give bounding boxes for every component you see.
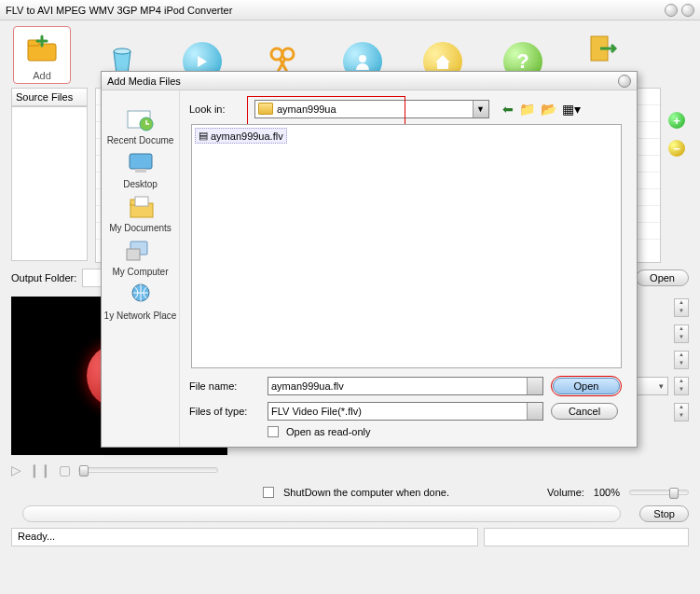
filename-label: File name: xyxy=(189,380,260,392)
svg-point-4 xyxy=(282,48,294,60)
filetype-select[interactable]: FLV Video File(*.flv)▼ xyxy=(268,402,543,421)
svg-point-3 xyxy=(271,48,282,60)
nav-views-icon[interactable]: ▦▾ xyxy=(562,102,581,117)
volume-slider[interactable] xyxy=(629,490,689,495)
place-network[interactable]: 1y Network Place xyxy=(104,281,177,321)
open-output-button[interactable]: Open xyxy=(636,269,689,286)
add-folder-icon xyxy=(22,29,62,68)
mycomp-icon xyxy=(123,237,157,265)
dialog-titlebar[interactable]: Add Media Files xyxy=(102,72,637,90)
close-button[interactable] xyxy=(681,4,694,17)
nav-up-icon[interactable]: 📁 xyxy=(519,102,535,117)
svg-rect-9 xyxy=(130,154,152,169)
nav-newfolder-icon[interactable]: 📂 xyxy=(541,102,556,117)
add-media-dialog: Add Media Files Recent Docume Desktop xyxy=(101,71,638,448)
file-item[interactable]: ▤ ayman999ua.flv xyxy=(195,128,287,144)
dialog-open-button[interactable]: Open xyxy=(553,378,620,394)
play-control-icon[interactable]: ▷ xyxy=(11,463,21,477)
titlebar: FLV to AVI MPEG WMV 3GP MP4 iPod Convert… xyxy=(0,0,700,21)
filetype-label: Files of type: xyxy=(189,406,260,417)
exit-icon xyxy=(583,29,623,68)
recent-icon xyxy=(123,105,157,133)
file-list[interactable]: ▤ ayman999ua.flv xyxy=(191,124,622,368)
svg-point-2 xyxy=(114,48,130,54)
volume-label: Volume: xyxy=(547,487,584,498)
place-recent[interactable]: Recent Docume xyxy=(107,105,174,145)
shutdown-checkbox[interactable] xyxy=(263,487,274,498)
svg-point-5 xyxy=(359,55,366,62)
spinner-2[interactable]: ▲▼ xyxy=(674,325,689,343)
source-files-header: Source Files xyxy=(11,88,88,106)
add-file-button[interactable]: + xyxy=(668,112,685,129)
place-mycomp[interactable]: My Computer xyxy=(112,237,168,277)
spinner-1[interactable]: ▲▼ xyxy=(674,298,689,317)
dialog-close-button[interactable] xyxy=(618,75,631,88)
look-in-combo[interactable]: ayman999ua ▼ xyxy=(254,100,489,118)
output-folder-label: Output Folder: xyxy=(11,272,76,283)
app-title: FLV to AVI MPEG WMV 3GP MP4 iPod Convert… xyxy=(6,5,232,16)
add-button[interactable]: Add xyxy=(13,26,71,84)
annotation-open: Open xyxy=(551,376,622,396)
look-in-label: Look in: xyxy=(189,104,247,115)
seek-slider[interactable] xyxy=(78,467,218,473)
volume-value: 100% xyxy=(594,487,620,498)
places-bar: Recent Docume Desktop My Documents My Co… xyxy=(102,90,180,447)
status-right xyxy=(484,528,689,546)
playback-bar: ▷ ❙❙ ▢ xyxy=(0,459,700,481)
dialog-title: Add Media Files xyxy=(107,76,181,87)
nav-back-icon[interactable]: ⬅ xyxy=(502,102,514,117)
spinner-3[interactable]: ▲▼ xyxy=(674,351,689,369)
pause-control-icon[interactable]: ❙❙ xyxy=(29,463,51,477)
svg-rect-13 xyxy=(135,197,148,206)
spinner-4[interactable]: ▲▼ xyxy=(674,377,689,395)
status-text: Ready... xyxy=(11,528,478,546)
place-desktop[interactable]: Desktop xyxy=(123,149,158,189)
place-mydocs[interactable]: My Documents xyxy=(109,193,172,233)
shutdown-label: ShutDown the computer when done. xyxy=(283,487,449,498)
source-files-panel: Source Files xyxy=(11,88,88,263)
mydocs-icon xyxy=(124,193,158,221)
network-icon xyxy=(124,281,158,309)
svg-rect-15 xyxy=(127,249,140,260)
desktop-icon xyxy=(124,149,158,177)
add-label: Add xyxy=(33,70,51,81)
dialog-cancel-button[interactable]: Cancel xyxy=(551,403,618,420)
minimize-button[interactable] xyxy=(665,4,678,17)
filename-input[interactable]: ayman999ua.flv▼ xyxy=(268,377,543,395)
progress-bar xyxy=(22,505,621,522)
svg-rect-10 xyxy=(135,169,146,173)
stop-button[interactable]: Stop xyxy=(639,505,689,522)
stop-control-icon[interactable]: ▢ xyxy=(59,463,71,477)
readonly-checkbox[interactable] xyxy=(268,426,279,437)
file-icon: ▤ xyxy=(199,130,208,142)
source-files-list[interactable] xyxy=(11,106,88,261)
remove-file-button[interactable]: − xyxy=(668,140,685,157)
spinner-5[interactable]: ▲▼ xyxy=(674,403,689,421)
folder-icon xyxy=(258,103,277,117)
readonly-label: Open as read-only xyxy=(286,426,371,437)
